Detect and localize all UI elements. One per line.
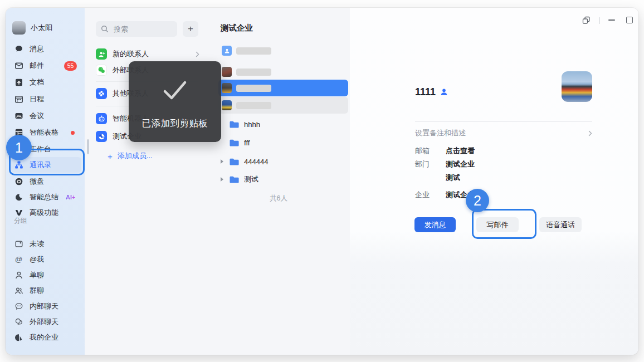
people-icon bbox=[14, 286, 23, 296]
folder-label: fff bbox=[244, 139, 250, 147]
ai-summary-icon bbox=[14, 193, 23, 202]
search-box[interactable] bbox=[96, 21, 177, 37]
contact-name-row: 1111 bbox=[415, 85, 448, 99]
document-icon bbox=[14, 78, 23, 87]
folder-row-test[interactable]: 测试 bbox=[207, 172, 350, 187]
controls-divider bbox=[599, 17, 600, 24]
sidebar: 小太阳 消息 邮件 55 文档 日程 会议 智能表格 bbox=[6, 8, 85, 355]
sidebar-item-label: 会议 bbox=[30, 111, 44, 121]
overlapping-bubbles-icon bbox=[14, 317, 23, 327]
default-avatar-icon bbox=[222, 46, 232, 56]
sidebar-item-label: 群聊 bbox=[30, 286, 44, 296]
company-chart-icon bbox=[96, 131, 107, 142]
popout-window-button[interactable] bbox=[581, 14, 591, 26]
department-value-1: 测试企业 bbox=[446, 159, 475, 169]
list-item-new-contacts[interactable]: 新的联系人 bbox=[85, 46, 207, 62]
sidebar-item-meetings[interactable]: 会议 bbox=[11, 108, 81, 124]
org-title: 测试企业 bbox=[221, 20, 253, 36]
email-value[interactable]: 点击查看 bbox=[446, 146, 475, 156]
folder-label: 测试 bbox=[244, 174, 258, 184]
popout-icon bbox=[582, 16, 591, 25]
user-avatar bbox=[12, 21, 26, 35]
user-profile[interactable]: 小太阳 bbox=[12, 21, 52, 35]
at-icon: @ bbox=[14, 255, 23, 265]
checkmark-icon bbox=[160, 79, 189, 102]
mail-icon bbox=[14, 61, 23, 71]
sidebar-group-my-company[interactable]: 我的企业 bbox=[11, 330, 81, 345]
chat-bubble-dots-icon bbox=[14, 302, 23, 311]
chevron-right-icon bbox=[588, 130, 592, 136]
department-value-2: 测试 bbox=[446, 173, 460, 183]
sidebar-item-drive[interactable]: 微盘 bbox=[11, 174, 81, 189]
sidebar-item-label: 我的企业 bbox=[30, 332, 58, 343]
redacted-name bbox=[236, 85, 271, 92]
sidebar-item-messages[interactable]: 消息 bbox=[11, 41, 81, 57]
folder-row-fff[interactable]: fff bbox=[207, 135, 350, 150]
sidebar-item-label: 未读 bbox=[30, 239, 44, 249]
sidebar-group-unread[interactable]: 未读 bbox=[11, 236, 81, 252]
department-label: 部门 bbox=[415, 159, 430, 169]
sidebar-item-label: 日程 bbox=[30, 94, 44, 104]
member-row[interactable] bbox=[218, 97, 348, 114]
expand-triangle-icon[interactable] bbox=[221, 177, 223, 182]
sidebar-group-mentions[interactable]: @ @我 bbox=[11, 252, 81, 267]
member-row[interactable] bbox=[218, 63, 348, 80]
company-label: 企业 bbox=[415, 190, 430, 200]
sidebar-item-calendar[interactable]: 日程 bbox=[11, 91, 81, 107]
user-name: 小太阳 bbox=[31, 23, 52, 33]
minimize-icon bbox=[608, 19, 615, 21]
add-member-label: 添加成员... bbox=[118, 151, 153, 161]
folder-icon bbox=[229, 120, 240, 129]
clipboard-toast: 已添加到剪贴板 bbox=[129, 61, 221, 142]
maximize-button[interactable] bbox=[625, 14, 634, 26]
unread-icon bbox=[14, 239, 23, 249]
sidebar-item-label: 外部聊天 bbox=[30, 317, 58, 327]
sidebar-item-label: 邮件 bbox=[30, 61, 44, 71]
expand-triangle-icon[interactable] bbox=[221, 159, 223, 164]
folder-row-hhhh[interactable]: hhhh bbox=[207, 117, 350, 131]
other-contacts-icon bbox=[96, 88, 107, 99]
sidebar-group-internal-chats[interactable]: 内部聊天 bbox=[11, 299, 81, 314]
member-row[interactable] bbox=[218, 42, 348, 59]
sidebar-item-docs[interactable]: 文档 bbox=[11, 75, 81, 90]
annotation-circle-step2: 2 bbox=[466, 189, 489, 212]
company-icon bbox=[14, 333, 23, 343]
email-label: 邮箱 bbox=[415, 146, 430, 156]
plus-icon: + bbox=[108, 151, 113, 161]
search-input[interactable] bbox=[113, 25, 170, 34]
calendar-icon bbox=[14, 95, 23, 104]
chevron-right-icon bbox=[196, 51, 199, 57]
add-member-button[interactable]: + 添加成员... bbox=[108, 148, 153, 164]
robot-icon bbox=[96, 113, 107, 124]
send-message-button[interactable]: 发消息 bbox=[414, 217, 456, 232]
redacted-name bbox=[236, 102, 271, 109]
folder-icon bbox=[229, 175, 240, 184]
panel-resize-handle[interactable] bbox=[87, 139, 89, 154]
sidebar-item-ai-summary[interactable]: 智能总结 AI+ bbox=[11, 189, 81, 205]
sidebar-group-group-chats[interactable]: 群聊 bbox=[11, 283, 81, 299]
toast-message: 已添加到剪贴板 bbox=[142, 118, 208, 130]
redacted-name bbox=[236, 69, 271, 76]
set-note-link[interactable]: 设置备注和描述 bbox=[415, 128, 592, 138]
person-badge-icon bbox=[440, 88, 448, 96]
folder-row-444444[interactable]: 444444 bbox=[207, 154, 350, 169]
member-avatar bbox=[222, 100, 232, 110]
folder-icon bbox=[229, 157, 240, 166]
voice-call-button[interactable]: 语音通话 bbox=[539, 217, 582, 232]
add-contact-button[interactable]: + bbox=[183, 21, 198, 37]
sidebar-group-direct-chats[interactable]: 单聊 bbox=[11, 267, 81, 283]
folder-icon bbox=[229, 138, 240, 147]
org-panel: 测试企业 hhhh fff 444444 bbox=[207, 8, 350, 355]
app-window: 小太阳 消息 邮件 55 文档 日程 会议 智能表格 bbox=[6, 8, 638, 355]
maximize-icon bbox=[626, 17, 633, 23]
minimize-button[interactable] bbox=[607, 14, 616, 26]
sidebar-item-mail[interactable]: 邮件 55 bbox=[11, 58, 81, 74]
contacts-list-panel: + 新的联系人 外部联系人 其他联系人 智能机器人 测试企业 + 添加成员... bbox=[85, 8, 207, 355]
annotation-rect-step2 bbox=[472, 209, 536, 239]
sidebar-item-label: 高级功能 bbox=[30, 208, 58, 218]
drive-icon bbox=[14, 177, 23, 187]
member-row-selected[interactable] bbox=[218, 80, 348, 96]
sidebar-group-external-chats[interactable]: 外部聊天 bbox=[11, 314, 81, 330]
contact-avatar[interactable] bbox=[562, 71, 592, 102]
wechat-icon bbox=[96, 65, 107, 76]
